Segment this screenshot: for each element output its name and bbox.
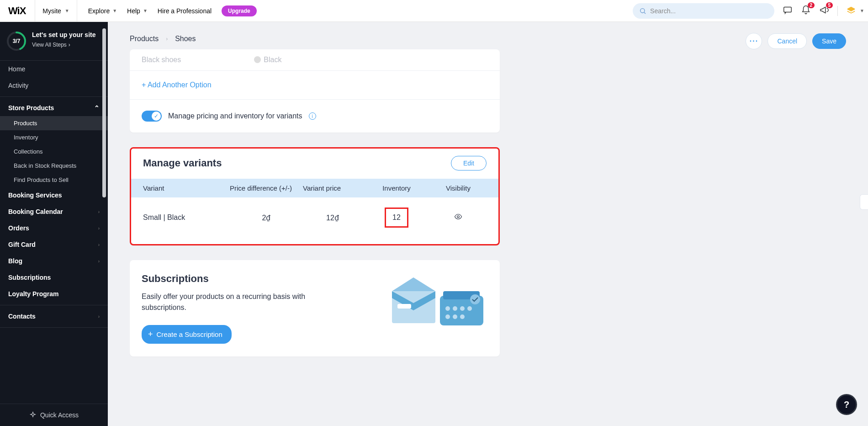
sidebar-item-inventory[interactable]: Inventory bbox=[0, 130, 108, 144]
sidebar-item-products[interactable]: Products bbox=[0, 116, 108, 130]
sidebar-item-gift-card[interactable]: Gift Card› bbox=[0, 236, 108, 253]
chevron-right-icon: › bbox=[98, 226, 100, 231]
sidebar-item-booking-calendar[interactable]: Booking Calendar› bbox=[0, 203, 108, 220]
save-button[interactable]: Save bbox=[812, 33, 846, 49]
svg-point-12 bbox=[460, 306, 465, 311]
nav-hire[interactable]: Hire a Professional bbox=[158, 7, 212, 15]
sidebar-item-store-products[interactable]: Store Products⌃ bbox=[0, 100, 108, 116]
setup-panel[interactable]: 3/7 Let's set up your site View All Step… bbox=[0, 22, 108, 61]
option-preview-row: Black shoes Black bbox=[130, 49, 500, 71]
chevron-right-icon: › bbox=[166, 36, 168, 42]
svg-point-5 bbox=[457, 216, 460, 218]
upgrade-button[interactable]: Upgrade bbox=[222, 5, 257, 16]
separator bbox=[0, 96, 108, 97]
account-menu[interactable]: ▼ bbox=[846, 6, 864, 16]
chat-icon[interactable] bbox=[783, 5, 793, 17]
sidebar-item-activity[interactable]: Activity bbox=[0, 77, 108, 94]
chevron-down-icon: ▼ bbox=[65, 8, 69, 13]
help-button[interactable]: ? bbox=[836, 394, 857, 415]
setup-text: Let's set up your site View All Steps› bbox=[32, 31, 95, 48]
bell-badge: 2 bbox=[808, 2, 815, 8]
svg-point-17 bbox=[470, 294, 480, 304]
progress-ring: 3/7 bbox=[6, 31, 26, 51]
variants-table-header: Variant Price difference (+/-) Variant p… bbox=[131, 179, 498, 197]
sidebar-item-contacts[interactable]: Contacts› bbox=[0, 308, 108, 325]
breadcrumb: Products › Shoes bbox=[130, 35, 196, 43]
info-icon[interactable]: i bbox=[309, 112, 316, 120]
variant-inventory: 12 bbox=[385, 208, 408, 228]
sidebar-item-home[interactable]: Home bbox=[0, 61, 108, 77]
quick-access[interactable]: Quick Access bbox=[0, 404, 108, 426]
svg-point-13 bbox=[467, 306, 472, 311]
sidebar-item-find-products[interactable]: Find Products to Sell bbox=[0, 173, 108, 187]
options-card: Black shoes Black + Add Another Option M… bbox=[130, 49, 500, 133]
setup-link[interactable]: View All Steps› bbox=[32, 42, 95, 48]
variants-header: Manage variants Edit bbox=[131, 149, 498, 179]
col-variant-price: Variant price bbox=[303, 184, 362, 192]
subscriptions-content: Subscriptions Easily offer your products… bbox=[142, 273, 333, 344]
crumb-leaf: Shoes bbox=[175, 35, 196, 43]
chevron-right-icon: › bbox=[98, 314, 100, 319]
sidebar-item-collections[interactable]: Collections bbox=[0, 144, 108, 159]
svg-rect-2 bbox=[784, 7, 792, 12]
nav-explore[interactable]: Explore▼ bbox=[88, 7, 117, 15]
search-placeholder: Search... bbox=[650, 7, 676, 15]
add-option-button[interactable]: + Add Another Option bbox=[130, 71, 500, 100]
chevron-down-icon: ▼ bbox=[143, 8, 148, 13]
manage-variants-toggle[interactable] bbox=[142, 111, 162, 122]
more-button[interactable]: ··· bbox=[746, 33, 762, 49]
variants-table-row: Small | Black 2₫ 12₫ 12 bbox=[131, 197, 498, 238]
top-right: Search... 2 5 ▼ bbox=[633, 3, 864, 19]
variant-visibility[interactable] bbox=[431, 213, 486, 223]
chevron-right-icon: › bbox=[69, 42, 70, 48]
sidebar-item-loyalty[interactable]: Loyalty Program bbox=[0, 286, 108, 302]
sidebar-item-blog[interactable]: Blog› bbox=[0, 253, 108, 269]
variants-title: Manage variants bbox=[143, 157, 222, 169]
page-actions: ··· Cancel Save bbox=[746, 33, 846, 49]
sidebar-item-orders[interactable]: Orders› bbox=[0, 220, 108, 236]
chevron-right-icon: › bbox=[98, 259, 100, 264]
search-input[interactable]: Search... bbox=[633, 3, 774, 19]
subscriptions-desc: Easily offer your products on a recurrin… bbox=[142, 291, 333, 313]
separator bbox=[837, 6, 838, 16]
chevron-down-icon: ▼ bbox=[860, 8, 864, 13]
chevron-right-icon: › bbox=[98, 209, 100, 214]
sidebar-item-subscriptions[interactable]: Subscriptions bbox=[0, 269, 108, 286]
svg-point-16 bbox=[460, 314, 465, 319]
sidebar-menu: Home Activity Store Products⌃ Products I… bbox=[0, 61, 108, 328]
site-selector[interactable]: Mysite ▼ bbox=[35, 0, 77, 22]
announce-icon[interactable]: 5 bbox=[819, 5, 829, 17]
sidebar-item-booking-services[interactable]: Booking Services bbox=[0, 187, 108, 203]
manage-variants-card: Manage variants Edit Variant Price diffe… bbox=[130, 147, 500, 245]
sidebar-scrollbar[interactable] bbox=[102, 28, 106, 197]
edit-variants-button[interactable]: Edit bbox=[451, 156, 487, 170]
variant-price: 12₫ bbox=[303, 213, 362, 222]
sidebar-item-back-in-stock[interactable]: Back in Stock Requests bbox=[0, 159, 108, 173]
stack-icon bbox=[846, 6, 856, 16]
col-visibility: Visibility bbox=[431, 184, 486, 192]
right-expand-tab[interactable] bbox=[860, 194, 868, 210]
main-content: Products › Shoes ··· Cancel Save Black s… bbox=[108, 22, 868, 426]
cancel-button[interactable]: Cancel bbox=[767, 33, 807, 49]
subscriptions-card: Subscriptions Easily offer your products… bbox=[130, 260, 500, 357]
separator bbox=[0, 327, 108, 328]
top-bar: WiX Mysite ▼ Explore▼ Help▼ Hire a Profe… bbox=[0, 0, 868, 22]
eye-icon bbox=[454, 213, 462, 221]
svg-point-14 bbox=[445, 314, 450, 319]
manage-variants-toggle-row: Manage pricing and inventory for variant… bbox=[130, 100, 500, 133]
nav-help[interactable]: Help▼ bbox=[127, 7, 148, 15]
bell-icon[interactable]: 2 bbox=[801, 5, 811, 17]
variant-price-diff: 2₫ bbox=[230, 213, 303, 222]
top-nav: Explore▼ Help▼ Hire a Professional Upgra… bbox=[88, 5, 257, 16]
svg-point-0 bbox=[640, 8, 645, 12]
page-body: Black shoes Black + Add Another Option M… bbox=[130, 49, 846, 426]
crumb-root[interactable]: Products bbox=[130, 35, 159, 43]
variant-inventory-cell: 12 bbox=[362, 208, 431, 228]
option-name-preview: Black shoes bbox=[142, 56, 181, 64]
wix-logo[interactable]: WiX bbox=[8, 5, 26, 17]
sparkle-icon bbox=[29, 411, 37, 419]
create-subscription-button[interactable]: + Create a Subscription bbox=[142, 325, 232, 344]
subscriptions-title: Subscriptions bbox=[142, 273, 333, 285]
chevron-right-icon: › bbox=[98, 242, 100, 247]
separator bbox=[0, 305, 108, 305]
